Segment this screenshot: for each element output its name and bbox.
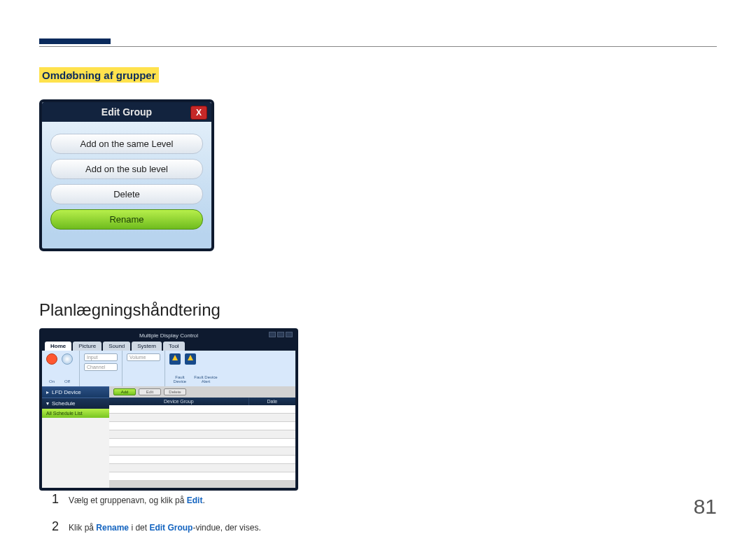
ribbon-power-group: On Off bbox=[42, 351, 80, 386]
power-on-label: On bbox=[46, 379, 57, 384]
tab-system[interactable]: System bbox=[132, 342, 162, 351]
grid-rows bbox=[109, 405, 295, 481]
step-number: 1 bbox=[52, 492, 69, 507]
edit-group-dialog: Edit Group X Add on the same Level Add o… bbox=[39, 99, 214, 251]
grid-footer bbox=[109, 481, 295, 488]
grid-col-date: Date bbox=[249, 398, 295, 405]
volume-select[interactable]: Volume bbox=[127, 353, 160, 361]
tab-home[interactable]: Home bbox=[45, 342, 71, 351]
step-2: 2 Klik på Rename i det Edit Group-vindue… bbox=[52, 519, 458, 534]
sidebar-item-all-schedule[interactable]: All Schedule List bbox=[42, 409, 109, 418]
page-number: 81 bbox=[694, 495, 717, 519]
step-number: 2 bbox=[52, 519, 69, 534]
rename-button[interactable]: Rename bbox=[50, 209, 203, 230]
table-row bbox=[109, 447, 295, 456]
mdc-toolbar: Add Edit Delete bbox=[109, 386, 295, 398]
tab-sound[interactable]: Sound bbox=[103, 342, 130, 351]
table-row bbox=[109, 430, 295, 439]
sidebar-spacer bbox=[42, 418, 109, 488]
tab-tool[interactable]: Tool bbox=[163, 342, 185, 351]
add-button[interactable]: Add bbox=[113, 388, 136, 395]
delete-button[interactable]: Delete bbox=[50, 184, 203, 204]
ribbon-input-group: Input Channel bbox=[80, 351, 122, 386]
table-row bbox=[109, 472, 295, 481]
page-content: Omdøbning af grupper Edit Group X Add on… bbox=[39, 67, 717, 534]
fault-alert-icon[interactable] bbox=[185, 353, 196, 365]
power-icon[interactable] bbox=[46, 353, 57, 365]
mdc-titlebar: Multiple Display Control bbox=[42, 331, 295, 340]
header-accent-bar bbox=[39, 38, 111, 44]
fault-device-icon[interactable] bbox=[169, 353, 181, 365]
edit-button[interactable]: Edit bbox=[139, 388, 161, 395]
mdc-body: ▸LFD Device ▾Schedule All Schedule List … bbox=[42, 386, 295, 488]
add-same-level-button[interactable]: Add on the same Level bbox=[50, 134, 203, 154]
table-row bbox=[109, 422, 295, 430]
mdc-tabbar: Home Picture Sound System Tool bbox=[42, 340, 295, 351]
right-column: 1 Vælg et gruppenavn, og klik på Edit. 2… bbox=[52, 491, 458, 534]
minimize-icon[interactable] bbox=[269, 332, 276, 337]
grid-header: Device Group Date bbox=[109, 398, 295, 405]
table-row bbox=[109, 414, 295, 422]
input-select[interactable]: Input bbox=[84, 353, 118, 361]
step-1: 1 Vælg et gruppenavn, og klik på Edit. bbox=[52, 492, 458, 507]
section-heading-scheduling: Planlægningshåndtering bbox=[39, 300, 302, 320]
mdc-sidebar: ▸LFD Device ▾Schedule All Schedule List bbox=[42, 386, 109, 488]
edit-group-title: Edit Group bbox=[102, 106, 152, 118]
subheading-rename-groups: Omdøbning af grupper bbox=[39, 67, 159, 83]
mdc-window-title: Multiple Display Control bbox=[139, 332, 198, 339]
left-column: Omdøbning af grupper Edit Group X Add on… bbox=[39, 67, 302, 491]
header-rule bbox=[39, 46, 717, 47]
mdc-window-controls bbox=[269, 332, 293, 337]
delete-schedule-button[interactable]: Delete bbox=[164, 388, 186, 395]
table-row bbox=[109, 464, 295, 472]
mdc-ribbon: On Off Input Channel Volume bbox=[42, 351, 295, 386]
step-text: Vælg et gruppenavn, og klik på Edit. bbox=[69, 492, 205, 507]
sidebar-header-schedule[interactable]: ▾Schedule bbox=[42, 398, 109, 409]
tab-picture[interactable]: Picture bbox=[73, 342, 102, 351]
close-icon[interactable]: X bbox=[190, 106, 207, 120]
add-sub-level-button[interactable]: Add on the sub level bbox=[50, 159, 203, 179]
table-row bbox=[109, 405, 295, 414]
step-text: Klik på Rename i det Edit Group-vindue, … bbox=[69, 519, 261, 534]
close-window-icon[interactable] bbox=[286, 332, 293, 337]
power-off-label: Off bbox=[62, 379, 73, 384]
edit-group-titlebar: Edit Group X bbox=[42, 102, 211, 122]
mdc-window: Multiple Display Control Home Picture So… bbox=[39, 328, 298, 491]
channel-select[interactable]: Channel bbox=[84, 363, 118, 371]
edit-group-body: Add on the same Level Add on the sub lev… bbox=[42, 122, 211, 241]
sidebar-header-lfd[interactable]: ▸LFD Device bbox=[42, 386, 109, 398]
grid-col-device-group: Device Group bbox=[109, 398, 249, 405]
table-row bbox=[109, 439, 295, 447]
fault-device-label: Fault Device bbox=[169, 375, 190, 384]
mdc-main: Add Edit Delete Device Group Date bbox=[109, 386, 295, 488]
table-row bbox=[109, 456, 295, 464]
refresh-icon[interactable] bbox=[62, 353, 73, 365]
fault-alert-label: Fault Device Alert bbox=[193, 375, 218, 384]
maximize-icon[interactable] bbox=[277, 332, 284, 337]
ribbon-fault-group: Fault Device Fault Device Alert bbox=[165, 351, 295, 386]
ribbon-volume-group: Volume bbox=[122, 351, 165, 386]
